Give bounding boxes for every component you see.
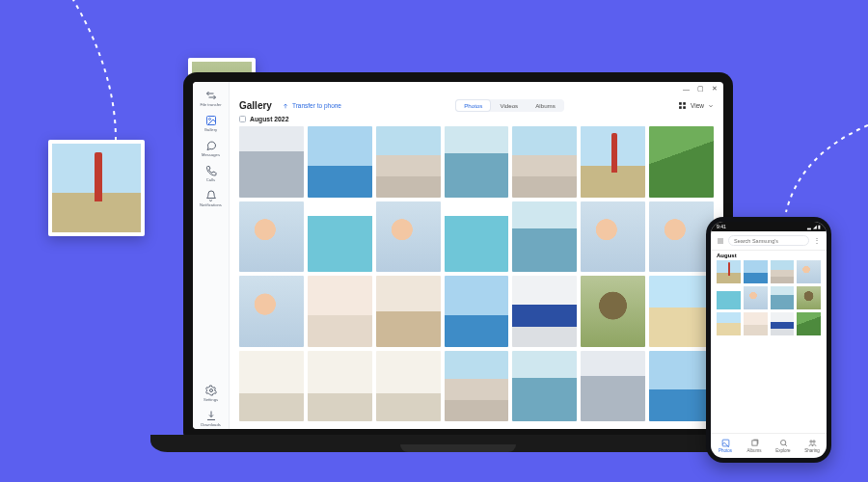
- photo-thumbnail[interactable]: [649, 276, 714, 347]
- grid-icon: [678, 101, 687, 110]
- photo-thumbnail[interactable]: [239, 126, 304, 198]
- select-all-checkbox[interactable]: [239, 116, 246, 122]
- sidebar-item-label: Messages: [202, 152, 220, 157]
- tab-photos[interactable]: Photos: [456, 100, 490, 111]
- photo-thumbnail[interactable]: [239, 351, 304, 422]
- photo-thumbnail[interactable]: [376, 351, 441, 422]
- phone-icon: [205, 165, 217, 176]
- phone-photo-thumbnail[interactable]: [797, 312, 821, 335]
- photo-thumbnail[interactable]: [581, 126, 645, 198]
- photo-thumbnail[interactable]: [649, 351, 714, 422]
- photo-thumbnail[interactable]: [239, 201, 304, 273]
- sidebar-item-calls[interactable]: Calls: [193, 163, 229, 184]
- photo-thumbnail[interactable]: [581, 351, 645, 422]
- window-titlebar: — ▢ ✕: [230, 82, 723, 95]
- phone-photo-thumbnail[interactable]: [744, 260, 768, 283]
- window-close-button[interactable]: ✕: [712, 85, 718, 93]
- nav-sharing[interactable]: Sharing: [798, 434, 827, 458]
- nav-explore[interactable]: Explore: [769, 434, 798, 458]
- sidebar-item-settings[interactable]: Settings: [193, 383, 229, 404]
- download-icon: [205, 410, 217, 421]
- phone-device: 9:41 ▂ ◢ ▮ ⋮ August Photos Albums Explor…: [706, 217, 831, 463]
- chevron-down-icon: [708, 103, 714, 109]
- photo-thumbnail[interactable]: [649, 126, 714, 198]
- phone-status-bar: 9:41 ▂ ◢ ▮: [711, 222, 827, 231]
- svg-rect-8: [751, 441, 756, 445]
- photo-thumbnail[interactable]: [445, 126, 509, 198]
- window-maximize-button[interactable]: ▢: [697, 85, 704, 93]
- transfer-label: Transfer to phone: [292, 102, 341, 109]
- month-section-header: August 2022: [230, 114, 723, 126]
- photo-thumbnail[interactable]: [512, 201, 577, 273]
- svg-point-9: [780, 441, 785, 445]
- search-input[interactable]: [728, 235, 809, 246]
- sidebar-item-downloads[interactable]: Downloads: [193, 408, 229, 429]
- nav-albums[interactable]: Albums: [740, 434, 769, 458]
- photo-thumbnail[interactable]: [581, 201, 645, 273]
- menu-icon[interactable]: [717, 237, 724, 245]
- sidebar-item-gallery[interactable]: Gallery: [193, 113, 229, 134]
- phone-photo-grid: [711, 260, 827, 433]
- photo-thumbnail[interactable]: [649, 201, 714, 273]
- nav-photos[interactable]: Photos: [711, 434, 740, 458]
- svg-rect-5: [679, 106, 682, 109]
- svg-point-11: [812, 441, 814, 442]
- tab-albums[interactable]: Albums: [528, 100, 563, 111]
- photo-thumbnail[interactable]: [308, 201, 372, 273]
- photo-thumbnail[interactable]: [445, 276, 509, 347]
- floating-photo-lighthouse: [48, 140, 145, 236]
- svg-rect-4: [683, 102, 686, 105]
- phone-bottom-nav: Photos Albums Explore Sharing: [711, 433, 827, 458]
- svg-point-10: [809, 441, 811, 442]
- transfer-to-phone-button[interactable]: Transfer to phone: [282, 102, 341, 110]
- app-main: — ▢ ✕ Gallery Transfer to phone Photos V…: [230, 82, 723, 429]
- photo-thumbnail[interactable]: [512, 126, 577, 198]
- sidebar-item-notifications[interactable]: Notifications: [193, 188, 229, 209]
- phone-photo-thumbnail[interactable]: [717, 286, 741, 309]
- window-minimize-button[interactable]: —: [683, 86, 690, 93]
- photo-thumbnail[interactable]: [445, 351, 509, 422]
- albums-icon: [750, 439, 759, 447]
- phone-photo-thumbnail[interactable]: [717, 260, 741, 283]
- photos-icon: [721, 439, 730, 447]
- nav-label: Photos: [719, 448, 732, 453]
- photo-thumbnail[interactable]: [512, 351, 577, 422]
- phone-search-bar: ⋮: [711, 231, 827, 251]
- phone-photo-thumbnail[interactable]: [771, 312, 795, 335]
- explore-icon: [779, 439, 788, 447]
- sidebar-item-filetransfer[interactable]: File transfer: [193, 88, 229, 109]
- phone-photo-thumbnail[interactable]: [717, 312, 741, 335]
- sidebar-item-messages[interactable]: Messages: [193, 138, 229, 159]
- sidebar-item-label: File transfer: [200, 102, 221, 107]
- photo-thumbnail[interactable]: [512, 276, 577, 347]
- sidebar-item-label: Calls: [206, 177, 215, 182]
- phone-photo-thumbnail[interactable]: [797, 260, 821, 283]
- photo-grid: [230, 126, 723, 429]
- sidebar-item-label: Gallery: [204, 127, 217, 132]
- phone-photo-thumbnail[interactable]: [771, 260, 795, 283]
- view-toggle-button[interactable]: View: [678, 101, 714, 110]
- photo-thumbnail[interactable]: [308, 276, 372, 347]
- svg-rect-6: [683, 106, 686, 109]
- tab-videos[interactable]: Videos: [492, 100, 526, 111]
- swap-icon: [205, 90, 217, 101]
- photo-thumbnail[interactable]: [581, 276, 645, 347]
- photo-thumbnail[interactable]: [308, 351, 372, 422]
- upload-icon: [282, 102, 289, 110]
- app-sidebar: File transfer Gallery Messages Calls Not…: [193, 82, 230, 429]
- photo-thumbnail[interactable]: [376, 201, 441, 273]
- photo-thumbnail[interactable]: [445, 201, 509, 273]
- photo-thumbnail[interactable]: [308, 126, 372, 198]
- phone-photo-thumbnail[interactable]: [744, 286, 768, 309]
- view-label: View: [691, 102, 704, 109]
- phone-photo-thumbnail[interactable]: [771, 286, 795, 309]
- phone-photo-thumbnail[interactable]: [797, 286, 821, 309]
- nav-label: Sharing: [804, 448, 820, 453]
- phone-photo-thumbnail[interactable]: [744, 312, 768, 335]
- photo-thumbnail[interactable]: [376, 126, 441, 198]
- more-icon[interactable]: ⋮: [813, 236, 821, 245]
- photo-thumbnail[interactable]: [239, 276, 304, 347]
- svg-point-2: [209, 389, 212, 392]
- photo-thumbnail[interactable]: [376, 276, 441, 347]
- app-header: Gallery Transfer to phone Photos Videos …: [230, 95, 723, 114]
